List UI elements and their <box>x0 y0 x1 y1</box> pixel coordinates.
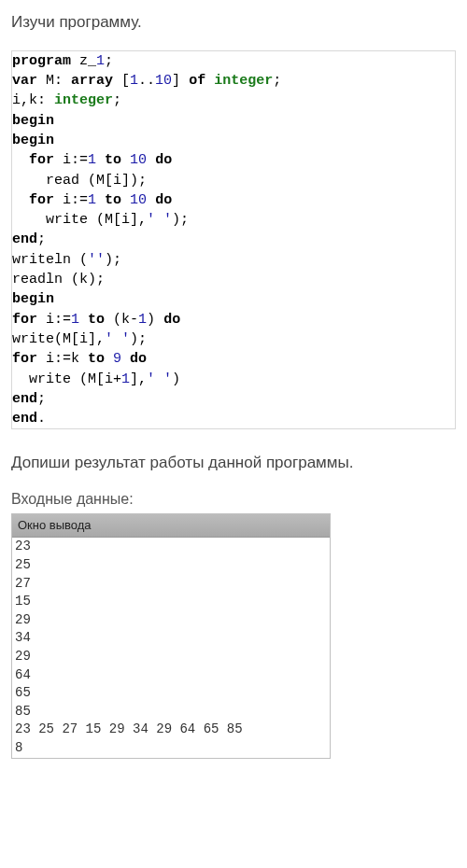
code-line: write (M[i],' '); <box>12 210 455 230</box>
output-line: 34 <box>12 629 330 648</box>
code-line: readln (k); <box>12 270 455 289</box>
output-line: 85 <box>12 703 330 721</box>
code-block: program z_1;var M: array [1..10] of inte… <box>11 50 456 430</box>
code-line: for i:=k to 9 do <box>12 349 455 369</box>
code-line: program z_1; <box>12 51 455 71</box>
code-line: for i:=1 to (k-1) do <box>12 310 455 329</box>
code-line: for i:=1 to 10 do <box>12 190 455 210</box>
input-data-label: Входные данные: <box>11 491 456 508</box>
instruction-text: Изучи программу. <box>11 11 456 34</box>
code-line: writeln (''); <box>12 250 455 270</box>
code-line: end. <box>12 409 455 428</box>
code-line: for i:=1 to 10 do <box>12 150 455 170</box>
output-line: 23 25 27 15 29 34 29 64 65 85 <box>12 721 330 739</box>
code-line: read (M[i]); <box>12 171 455 190</box>
code-line: write (M[i+1],' ') <box>12 370 455 389</box>
output-line: 23 <box>12 538 330 556</box>
code-line: end; <box>12 230 455 249</box>
output-line: 29 <box>12 648 330 666</box>
output-line: 65 <box>12 684 330 703</box>
output-window: Окно вывода 2325271529342964658523 25 27… <box>11 513 331 758</box>
code-line: i,k: integer; <box>12 91 455 110</box>
code-line: begin <box>12 131 455 150</box>
code-line: write(M[i],' '); <box>12 329 455 349</box>
output-line: 29 <box>12 611 330 630</box>
output-line: 15 <box>12 593 330 611</box>
code-line: end; <box>12 389 455 409</box>
output-line: 27 <box>12 575 330 594</box>
output-line: 25 <box>12 556 330 575</box>
code-line: var M: array [1..10] of integer; <box>12 71 455 91</box>
output-window-body: 2325271529342964658523 25 27 15 29 34 29… <box>12 538 330 757</box>
output-line: 8 <box>12 739 330 758</box>
code-line: begin <box>12 111 455 131</box>
output-window-header: Окно вывода <box>12 514 330 538</box>
output-line: 64 <box>12 666 330 685</box>
code-line: begin <box>12 289 455 309</box>
instruction2-text: Допиши результат работы данной программы… <box>11 452 456 474</box>
